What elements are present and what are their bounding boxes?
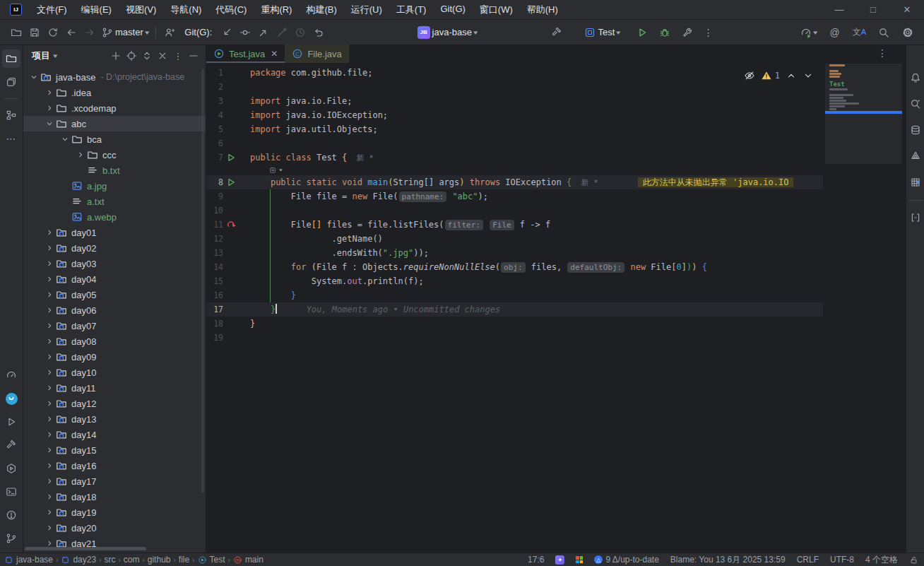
kebab-button[interactable]: ⋮	[170, 48, 186, 64]
at-button[interactable]: @	[826, 23, 844, 42]
tree-item-day10[interactable]: day10	[23, 365, 206, 380]
menu-gitg[interactable]: Git(G)	[434, 1, 471, 18]
menu-h[interactable]: 帮助(H)	[521, 1, 564, 18]
tree-item-day01[interactable]: day01	[23, 225, 206, 240]
expand-button[interactable]	[139, 48, 155, 64]
tree-item-day04[interactable]: day04	[23, 271, 206, 287]
chevron-right-icon[interactable]	[44, 461, 55, 471]
code-line-10[interactable]: 10	[206, 204, 823, 218]
status-unlock[interactable]	[909, 555, 918, 565]
status-mslogo[interactable]	[576, 556, 583, 563]
project-folder-button[interactable]	[2, 49, 20, 68]
tree-item-day08[interactable]: day08	[23, 334, 206, 349]
tree-item-day05[interactable]: day05	[23, 287, 206, 302]
project-panel-title[interactable]: 项目	[32, 49, 50, 62]
breadcrumb-com[interactable]: com	[124, 555, 140, 565]
eye-off-icon[interactable]	[744, 70, 755, 81]
chevron-down-icon[interactable]	[59, 134, 71, 144]
code-line-5[interactable]: 5import java.util.Objects;	[206, 122, 823, 136]
menu-b[interactable]: 构建(B)	[300, 1, 343, 18]
chevron-right-icon[interactable]	[44, 228, 55, 237]
tree-item-atxt[interactable]: a.txt	[23, 194, 206, 209]
bug-button[interactable]	[656, 23, 674, 42]
code-line-12[interactable]: 12 .getName()	[206, 232, 823, 246]
chevron-right-icon[interactable]	[44, 507, 55, 517]
menu-w[interactable]: 窗口(W)	[473, 1, 519, 18]
build-grid-button[interactable]	[907, 174, 924, 191]
code-line-13[interactable]: 13 .endsWith(".jpg"));	[206, 246, 823, 260]
chevron-right-icon[interactable]	[44, 274, 55, 284]
code-line-17[interactable]: 17 }You, Moments ago • Uncommitted chang…	[206, 302, 823, 317]
status-UTF8[interactable]: UTF-8	[830, 555, 854, 565]
status-4[interactable]: 4 个空格	[865, 554, 898, 566]
code-line-19[interactable]: 19	[206, 331, 823, 345]
menu-u[interactable]: 运行(U)	[345, 1, 389, 18]
code-line-4[interactable]: 4import java.io.IOException;	[206, 108, 823, 122]
chev-up-icon[interactable]	[786, 70, 797, 81]
terminal-button[interactable]	[2, 483, 20, 501]
commit-button[interactable]	[236, 23, 254, 42]
problems-button[interactable]	[2, 506, 20, 524]
breadcrumb-src[interactable]: src	[104, 555, 115, 565]
tree-item-xcodemap[interactable]: .xcodemap	[23, 100, 206, 116]
brackets-button[interactable]	[907, 209, 924, 226]
run-play-button[interactable]	[2, 413, 20, 431]
services-button[interactable]	[2, 459, 20, 478]
chevron-right-icon[interactable]	[44, 305, 55, 315]
user-plus-button[interactable]	[160, 23, 179, 42]
chevron-right-icon[interactable]	[44, 290, 55, 300]
hide-button[interactable]	[186, 48, 201, 64]
tree-item-idea[interactable]: .idea	[23, 85, 206, 100]
save-button[interactable]	[25, 23, 44, 42]
chevron-right-icon[interactable]	[44, 103, 55, 113]
tree-item-day03[interactable]: day03	[23, 256, 206, 271]
tree-item-day07[interactable]: day07	[23, 318, 206, 334]
tree-item-ajpg[interactable]: a.jpg	[23, 178, 206, 194]
menu-n[interactable]: 导航(N)	[164, 1, 208, 18]
menu-t[interactable]: 工具(T)	[390, 1, 433, 18]
jb-project-button[interactable]: JBjava-base▾	[415, 23, 480, 42]
minimize-button[interactable]: —	[822, 0, 856, 19]
code-line-18[interactable]: 18}	[206, 317, 823, 331]
tree-item-day14[interactable]: day14	[23, 427, 206, 442]
git-menu-label[interactable]: Git(G):	[184, 27, 212, 37]
chevron-right-icon[interactable]	[44, 259, 55, 269]
tree-item-day16[interactable]: day16	[23, 458, 206, 473]
tab-test-java[interactable]: Test.java✕	[206, 45, 285, 63]
tree-item-day20[interactable]: day20	[23, 520, 206, 536]
code-viewport[interactable]: 1package com.github.file;23import java.i…	[206, 64, 823, 345]
tree-item-day13[interactable]: day13	[23, 411, 206, 427]
chevron-right-icon[interactable]	[44, 523, 55, 533]
breadcrumb-main[interactable]: mmain	[233, 555, 263, 565]
play-button[interactable]	[633, 23, 651, 42]
status-Blame:[interactable]: Blame: You 13 6月 2025 13:59	[670, 554, 786, 566]
code-minimap[interactable]: Test	[825, 64, 902, 164]
commit-tool-button[interactable]	[2, 73, 20, 91]
status-pluginpurple[interactable]: ✦	[555, 555, 564, 565]
breadcrumb-java-base[interactable]: java-base	[4, 555, 53, 565]
run-gutter-icon[interactable]	[223, 175, 239, 189]
editor-body[interactable]: 1package com.github.file;23import java.i…	[206, 64, 906, 553]
chevron-right-icon[interactable]	[44, 88, 55, 98]
code-line-16[interactable]: 16 }	[206, 288, 823, 302]
menu-v[interactable]: 视图(V)	[119, 1, 162, 18]
chevron-right-icon[interactable]	[44, 476, 55, 486]
tree-item-day06[interactable]: day06	[23, 302, 206, 318]
tab-close-icon[interactable]: ✕	[271, 49, 278, 59]
back-button[interactable]	[62, 23, 81, 42]
ai-assistant-button[interactable]	[907, 95, 924, 112]
tree-item-day12[interactable]: day12	[23, 396, 206, 411]
chevron-right-icon[interactable]	[44, 445, 55, 455]
status-CRLF[interactable]: CRLF	[797, 555, 819, 565]
structure-button[interactable]	[2, 106, 20, 124]
tree-item-day19[interactable]: day19	[23, 505, 206, 520]
minimap-viewport[interactable]	[825, 111, 902, 114]
chevron-right-icon[interactable]	[44, 321, 55, 331]
tree-item-abc[interactable]: abc	[23, 116, 206, 131]
undo-button[interactable]	[309, 23, 328, 42]
recursive-call-icon[interactable]	[223, 218, 239, 232]
database-button[interactable]	[907, 122, 924, 138]
build-hammer-button[interactable]	[2, 436, 20, 454]
inspection-widget[interactable]: 1	[738, 68, 819, 83]
search-button[interactable]	[875, 23, 893, 42]
